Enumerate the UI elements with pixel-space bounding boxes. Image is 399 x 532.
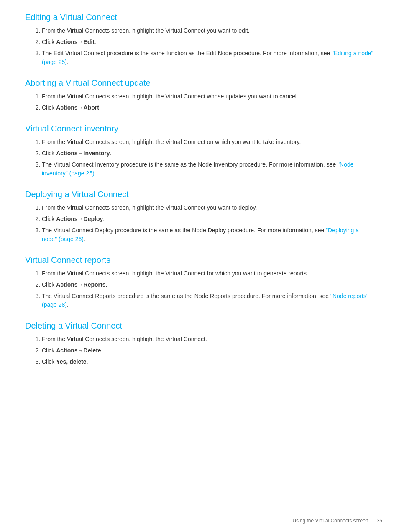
steps-list-deleting: From the Virtual Connects screen, highli… xyxy=(42,335,374,366)
bold-text: Yes, delete xyxy=(56,358,86,365)
text-span: Click xyxy=(42,347,56,354)
section-deleting: Deleting a Virtual ConnectFrom the Virtu… xyxy=(25,321,374,366)
section-title-aborting: Aborting a Virtual Connect update xyxy=(25,78,374,88)
text-span: Click xyxy=(42,104,56,111)
text-span: . xyxy=(95,39,96,45)
text-span: . xyxy=(101,347,103,354)
text-span: . xyxy=(110,150,112,157)
step-inventory-2: Click Actions→Inventory. xyxy=(42,149,374,158)
steps-list-deploying: From the Virtual Connects screen, highli… xyxy=(42,203,374,244)
section-title-inventory: Virtual Connect inventory xyxy=(25,124,374,134)
step-aborting-2: Click Actions→Abort. xyxy=(42,103,374,112)
section-title-reports: Virtual Connect reports xyxy=(25,255,374,265)
step-aborting-1: From the Virtual Connects screen, highli… xyxy=(42,92,374,101)
section-reports: Virtual Connect reportsFrom the Virtual … xyxy=(25,255,374,309)
step-editing-3: The Edit Virtual Connect procedure is th… xyxy=(42,49,374,67)
text-span: Click xyxy=(42,39,56,45)
step-reports-2: Click Actions→Reports. xyxy=(42,280,374,289)
page-footer: Using the Virtual Connects screen35 xyxy=(292,518,382,524)
step-deploying-3: The Virtual Connect Deploy procedure is … xyxy=(42,226,374,244)
steps-list-editing: From the Virtual Connects screen, highli… xyxy=(42,26,374,67)
step-inventory-1: From the Virtual Connects screen, highli… xyxy=(42,138,374,146)
step-deleting-1: From the Virtual Connects screen, highli… xyxy=(42,335,374,344)
text-span: . xyxy=(67,59,69,65)
bold-text: Actions→Inventory xyxy=(56,150,110,157)
steps-list-inventory: From the Virtual Connects screen, highli… xyxy=(42,138,374,178)
step-deleting-2: Click Actions→Delete. xyxy=(42,346,374,355)
text-span: Click xyxy=(42,216,56,222)
text-span: Click xyxy=(42,150,56,157)
section-title-editing: Editing a Virtual Connect xyxy=(25,13,374,22)
bold-text: Actions→Delete xyxy=(56,347,101,354)
step-deploying-1: From the Virtual Connects screen, highli… xyxy=(42,203,374,212)
text-span: The Virtual Connect Reports procedure is… xyxy=(42,293,330,299)
text-span: . xyxy=(99,104,101,111)
page-content: Editing a Virtual ConnectFrom the Virtua… xyxy=(25,13,374,366)
text-span: Click xyxy=(42,358,56,365)
bold-text: Actions→Deploy xyxy=(56,216,103,222)
section-title-deleting: Deleting a Virtual Connect xyxy=(25,321,374,331)
step-deleting-3: Click Yes, delete. xyxy=(42,357,374,366)
bold-text: Actions→Edit xyxy=(56,39,95,45)
step-inventory-3: The Virtual Connect Inventory procedure … xyxy=(42,160,374,178)
section-deploying: Deploying a Virtual ConnectFrom the Virt… xyxy=(25,190,374,244)
footer-section-name: Using the Virtual Connects screen xyxy=(292,518,368,524)
steps-list-aborting: From the Virtual Connects screen, highli… xyxy=(42,92,374,112)
text-span: . xyxy=(87,358,88,365)
section-title-deploying: Deploying a Virtual Connect xyxy=(25,190,374,199)
text-span: . xyxy=(67,301,69,308)
section-editing: Editing a Virtual ConnectFrom the Virtua… xyxy=(25,13,374,67)
text-span: The Virtual Connect Deploy procedure is … xyxy=(42,227,326,234)
step-editing-1: From the Virtual Connects screen, highli… xyxy=(42,26,374,35)
text-span: . xyxy=(103,216,105,222)
text-span: . xyxy=(95,170,96,177)
steps-list-reports: From the Virtual Connects screen, highli… xyxy=(42,269,374,309)
step-reports-1: From the Virtual Connects screen, highli… xyxy=(42,269,374,278)
bold-text: Actions→Reports xyxy=(56,281,105,288)
section-inventory: Virtual Connect inventoryFrom the Virtua… xyxy=(25,124,374,178)
text-span: The Edit Virtual Connect procedure is th… xyxy=(42,50,332,57)
bold-text: Actions→Abort xyxy=(56,104,99,111)
text-span: Click xyxy=(42,281,56,288)
section-aborting: Aborting a Virtual Connect updateFrom th… xyxy=(25,78,374,112)
text-span: . xyxy=(84,236,85,242)
step-reports-3: The Virtual Connect Reports procedure is… xyxy=(42,292,374,309)
text-span: . xyxy=(105,281,107,288)
text-span: The Virtual Connect Inventory procedure … xyxy=(42,161,338,168)
step-editing-2: Click Actions→Edit. xyxy=(42,38,374,46)
step-deploying-2: Click Actions→Deploy. xyxy=(42,215,374,224)
footer-page-number: 35 xyxy=(377,518,382,524)
